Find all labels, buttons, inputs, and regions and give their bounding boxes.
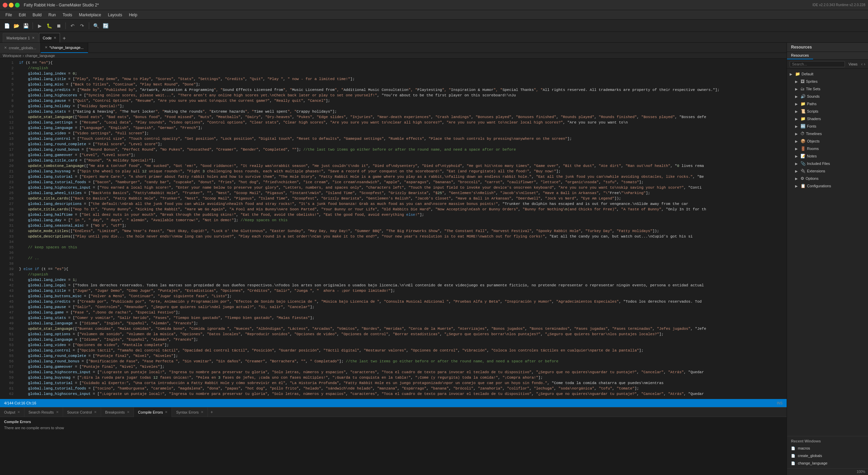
code-line-35[interactable]: 35 // keep spaces on this	[0, 245, 787, 250]
close-code-tab[interactable]: ✕	[54, 36, 56, 40]
code-line-39[interactable]: 39} else if (t == "es"){	[0, 266, 787, 272]
menu-help[interactable]: Help	[126, 12, 140, 18]
tab-code[interactable]: Code ✕	[39, 33, 60, 42]
menu-run[interactable]: Run	[46, 12, 59, 18]
code-line-18[interactable]: 18 global.lang_gameover = ["Level", "Lev…	[0, 152, 787, 158]
code-line-11[interactable]: 11 update_stat_language(["Good eats", "B…	[0, 114, 787, 120]
code-line-2[interactable]: 2 //english	[0, 65, 787, 71]
save-btn[interactable]: 💾	[22, 22, 30, 30]
search-btn[interactable]: 🔍	[92, 22, 100, 30]
code-line-56[interactable]: 56 global.lang_round_bonus = ["Bonificac…	[0, 359, 787, 364]
tree-item-notes[interactable]: ▶ 📝 Notes	[787, 152, 868, 160]
menu-tools[interactable]: Tools	[60, 12, 75, 18]
menu-file[interactable]: File	[3, 12, 15, 18]
undo-btn[interactable]: ↶	[68, 22, 77, 30]
code-line-43[interactable]: 43 global.lang_title = ["Jugar", "Jugar …	[0, 288, 787, 293]
code-line-50[interactable]: 50 update_stat_language(["Buenas comidas…	[0, 326, 787, 331]
tree-item-paths[interactable]: ▶ 📁 Paths	[787, 100, 868, 108]
code-line-5[interactable]: 5 global.lang_misc = ["Back to Titles", …	[0, 82, 787, 87]
code-line-53[interactable]: 53 global.lang_video = ["Opciones de vid…	[0, 342, 787, 348]
output-tab[interactable]: Output ✕	[0, 407, 24, 417]
tree-item-sounds[interactable]: ▶ 🔊 Sounds	[787, 93, 868, 100]
code-line-52[interactable]: 52 global.lang_language = ["Idioma", "In…	[0, 337, 787, 342]
code-line-57[interactable]: 57 global.lang_gameover = ["Puntaje fina…	[0, 364, 787, 369]
code-line-34[interactable]: 34	[0, 239, 787, 245]
code-line-17[interactable]: 17 global.lang_round_bonus = ["Round Bon…	[0, 147, 787, 152]
open-btn[interactable]: 📂	[12, 22, 20, 30]
debug-btn[interactable]: 🐛	[45, 22, 53, 30]
tree-item-extensions[interactable]: ▶ 🔌 Extensions	[787, 167, 868, 175]
code-line-26[interactable]: 26 update_title_cards(["Back to Basics",…	[0, 196, 787, 201]
close-button[interactable]	[3, 3, 7, 7]
recent-create-globals[interactable]: 📄 create_globals	[787, 452, 868, 459]
code-line-33[interactable]: 33 update_descriptions(["Play until you …	[0, 234, 787, 239]
recent-change-language[interactable]: 📄 change_language	[787, 459, 868, 467]
breakpoints-tab[interactable]: Breakpoints ✕	[101, 407, 134, 417]
code-line-4[interactable]: 4 global.lang_title = ["Play", "Play Dem…	[0, 76, 787, 82]
code-line-16[interactable]: 16 global.lang_round_complete = ["Total …	[0, 141, 787, 147]
code-line-47[interactable]: 47 global.lang_game = ["Fase ", "¡bono d…	[0, 310, 787, 315]
code-line-31[interactable]: 31 global.lang_seasonal_misc = ["NO U", …	[0, 223, 787, 228]
code-line-3[interactable]: 3 global.lang_index = 0;	[0, 71, 787, 76]
code-line-22[interactable]: 22 global.lang_tutorial = ["Expert Hare …	[0, 174, 787, 179]
bottom-panel-add[interactable]: +	[208, 410, 216, 415]
recent-macros[interactable]: 📄 macros	[787, 444, 868, 452]
code-line-14[interactable]: 14 global.lang_video = ["Video settings"…	[0, 131, 787, 136]
tab-marketplace[interactable]: Marketplace 1 ✕	[3, 33, 38, 42]
code-line-10[interactable]: 10 global.lang_stats = ["Eating & heavin…	[0, 109, 787, 114]
code-line-48[interactable]: 48 global.lang_stats = ["Comer y vomitar…	[0, 315, 787, 321]
resources-search-input[interactable]	[790, 61, 845, 67]
code-line-60[interactable]: 60 global.lang_tutorial = ["Cuidado al E…	[0, 380, 787, 386]
tree-item-sprites[interactable]: ▶ 🖼 Sprites	[787, 78, 868, 85]
code-line-54[interactable]: 54 global.lang_control = ["Opción táctil…	[0, 348, 787, 353]
views-button[interactable]: Views	[846, 61, 860, 67]
maximize-button[interactable]	[15, 3, 20, 7]
code-line-29[interactable]: 29 global.lang_halftime = ["Set all deez…	[0, 212, 787, 217]
code-line-25[interactable]: 25 global.lang_wheel_titles = ["Back\nto…	[0, 190, 787, 196]
code-line-12[interactable]: 12 global.lang_settings = ["Resume", "Lo…	[0, 120, 787, 125]
file-tab-create-globals-close[interactable]: ✕	[4, 46, 7, 50]
code-line-36[interactable]: 36	[0, 250, 787, 255]
tree-item-timelines[interactable]: ▶ ⏱ Timelines	[787, 130, 868, 137]
code-line-40[interactable]: 40 //spanish	[0, 272, 787, 277]
search-results-tab[interactable]: Search Results ✕	[24, 407, 63, 417]
menu-build[interactable]: Build	[30, 12, 44, 18]
code-line-28[interactable]: 28 update_title_cards(["Hop To It", "Fun…	[0, 207, 787, 212]
code-line-41[interactable]: 41 global.lang_index = 1;	[0, 277, 787, 283]
replace-btn[interactable]: 🔄	[101, 22, 110, 30]
code-line-30[interactable]: 30 global.lang_day = [" in ", " day", " …	[0, 217, 787, 223]
code-line-6[interactable]: 6 global.lang_credits = ["Made by", "Pub…	[0, 87, 787, 93]
code-line-59[interactable]: 59 global.lang_buysnag = ["¡Gira la rued…	[0, 375, 787, 380]
stop-btn[interactable]: ⏹	[55, 22, 63, 30]
source-control-tab[interactable]: Source Control ✕	[63, 407, 101, 417]
code-line-32[interactable]: 32 update_mode_titles(["Endless", "Limit…	[0, 228, 787, 234]
code-line-45[interactable]: 45 global.lang_credits = ["Creado por", …	[0, 299, 787, 304]
tree-item-options[interactable]: ▶ ⚙ Options	[787, 175, 868, 182]
code-line-61[interactable]: 61 global.lang_tutorial_foods = ["tocino…	[0, 386, 787, 391]
file-tab-change-language-close[interactable]: ✕	[45, 45, 47, 49]
code-line-24[interactable]: 24 global.lang_highscores_input = ["You …	[0, 185, 787, 190]
file-tab-create-globals[interactable]: ✕ create_globals...	[0, 43, 41, 53]
rp-tab-resources[interactable]: Resources	[787, 52, 813, 59]
code-line-23[interactable]: 23 global.lang_tutorial_foods = ["bacon"…	[0, 179, 787, 185]
tree-item-configurations[interactable]: ▶ 📋 Configurations	[787, 182, 868, 190]
menu-marketplace[interactable]: Marketplace	[76, 12, 104, 18]
compile-errors-close[interactable]: ✕	[165, 410, 167, 414]
code-line-42[interactable]: 42 global.lang_legal = ["Todos los derec…	[0, 283, 787, 288]
add-tab-btn[interactable]: +	[60, 34, 68, 42]
tree-item-objects[interactable]: ▶ 📦 Objects	[787, 137, 868, 145]
minimize-button[interactable]	[9, 3, 14, 7]
code-line-20[interactable]: 20 update_tombstone_language(["He ate a …	[0, 163, 787, 169]
compile-errors-tab[interactable]: Compile Errors ✕	[134, 407, 172, 417]
tree-item-scripts[interactable]: ▶ 📜 Scripts	[787, 108, 868, 115]
breakpoints-close[interactable]: ✕	[127, 410, 130, 414]
code-line-55[interactable]: 55 global.lang_round_complete = ["Puntaj…	[0, 353, 787, 359]
code-line-21[interactable]: 21 global.lang_buysnag = ["Spin the whee…	[0, 169, 787, 174]
code-line-49[interactable]: 49 global.lang_language = ["Idioma", "In…	[0, 321, 787, 326]
menu-layouts[interactable]: Layouts	[105, 12, 125, 18]
output-tab-close[interactable]: ✕	[17, 410, 20, 414]
code-line-15[interactable]: 15 global.lang_control = ["Touch control…	[0, 136, 787, 141]
code-line-27[interactable]: 27 global.lang_descriptions = ["the defa…	[0, 201, 787, 207]
source-control-close[interactable]: ✕	[94, 410, 97, 414]
code-line-62[interactable]: 62 global.lang_highscores_input = ["¡Log…	[0, 391, 787, 397]
